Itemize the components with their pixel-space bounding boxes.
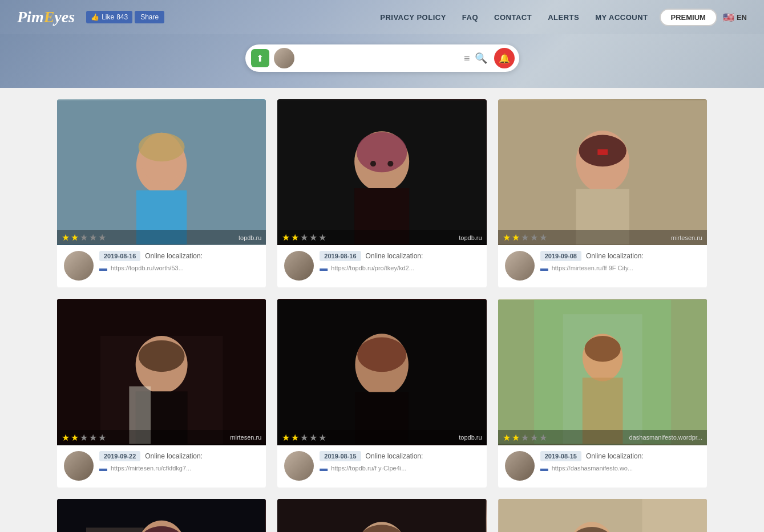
link-icon-4: ▬ bbox=[99, 464, 107, 473]
card-url-4: https://mirtesen.ru/cfkfdkg7... bbox=[111, 465, 191, 472]
card-stars-row-4: ★ ★ ★ ★ ★ mirtesen.ru bbox=[57, 430, 266, 445]
nav-alerts[interactable]: ALERTS bbox=[548, 13, 579, 22]
filter-button[interactable]: ≡ bbox=[462, 50, 472, 67]
search-area: ⬆ ≡ 🔍 🔔 bbox=[0, 34, 764, 88]
card-url-2: https://topdb.ru/pro/tkey/kd2... bbox=[331, 265, 414, 271]
star-1-2: ★ bbox=[71, 232, 79, 243]
card-image-2 bbox=[277, 99, 486, 245]
card-avatar-4 bbox=[64, 451, 94, 481]
card-location-1: Online localization: bbox=[145, 252, 203, 260]
star-6-3: ★ bbox=[521, 432, 529, 443]
nav-my-account[interactable]: MY ACCOUNT bbox=[595, 13, 648, 22]
card-avatar-6 bbox=[505, 451, 535, 481]
star-6-2: ★ bbox=[512, 432, 520, 443]
star-5-4: ★ bbox=[309, 432, 317, 443]
star-1-1: ★ bbox=[62, 232, 70, 243]
card-date-row-4: 2019-09-22 Online localization: bbox=[99, 451, 259, 461]
fb-like-button[interactable]: 👍 Like 843 bbox=[86, 11, 132, 23]
card-date-3: 2019-09-08 bbox=[540, 251, 581, 261]
nav-contact[interactable]: CONTACT bbox=[494, 13, 532, 22]
result-card-6[interactable]: ★ ★ ★ ★ ★ dashasmanifesto.wordpr... 2019… bbox=[498, 299, 707, 487]
flag-icon: 🇺🇸 bbox=[723, 12, 734, 23]
star-4-4: ★ bbox=[89, 432, 97, 443]
result-card-9[interactable]: ★ ★ ★ ★ ★ F... bbox=[498, 499, 707, 532]
link-icon-3: ▬ bbox=[540, 263, 548, 273]
avatar-image-1 bbox=[64, 251, 94, 281]
result-card-4[interactable]: ★ ★ ★ ★ ★ mirtesen.ru 2019-09-22 On bbox=[57, 299, 266, 487]
card-image-wrap-7: ★ ★ ★ ★ ★ bbox=[57, 499, 266, 532]
search-button[interactable]: 🔍 bbox=[472, 50, 490, 67]
star-3-3: ★ bbox=[521, 232, 529, 243]
card-url-5: https://topdb.ru/f y-Clpe4i... bbox=[331, 465, 406, 472]
card-stars-row-5: ★ ★ ★ ★ ★ topdb.ru bbox=[277, 430, 486, 445]
card-details-4: 2019-09-22 Online localization: ▬ https:… bbox=[99, 451, 259, 473]
nav-privacy-policy[interactable]: PRIVACY POLICY bbox=[380, 13, 446, 22]
card-date-row-2: 2019-08-16 Online localization: bbox=[320, 251, 479, 261]
card-image-wrap-9: ★ ★ ★ ★ ★ F... bbox=[498, 499, 707, 532]
card-image-wrap-4: ★ ★ ★ ★ ★ mirtesen.ru bbox=[57, 299, 266, 445]
card-image-wrap-8: ★ ★ ★ ★ ★ bbox=[277, 499, 486, 532]
star-4-3: ★ bbox=[80, 432, 88, 443]
result-card-2[interactable]: ★ ★ ★ ★ ★ topdb.ru 2019-08-16 Onlin bbox=[277, 99, 486, 287]
fb-like-section: 👍 Like 843 Share bbox=[86, 11, 164, 23]
link-icon-5: ▬ bbox=[320, 464, 328, 473]
card-details-6: 2019-08-15 Online localization: ▬ https:… bbox=[540, 451, 700, 473]
card-url-row-5: ▬ https://topdb.ru/f y-Clpe4i... bbox=[320, 464, 479, 473]
header: PimEyes 👍 Like 843 Share PRIVACY POLICY … bbox=[0, 0, 764, 34]
card-date-row-3: 2019-09-08 Online localization: bbox=[540, 251, 700, 261]
card-date-6: 2019-08-15 bbox=[540, 451, 581, 461]
upload-image-button[interactable]: ⬆ bbox=[251, 49, 269, 67]
card-avatar-5 bbox=[284, 451, 314, 481]
logo: PimEyes bbox=[17, 8, 75, 26]
avatar-image-3 bbox=[505, 251, 535, 281]
card-info-1: 2019-08-16 Online localization: ▬ https:… bbox=[57, 245, 266, 287]
language-selector[interactable]: 🇺🇸 EN bbox=[723, 12, 747, 23]
card-details-2: 2019-08-16 Online localization: ▬ https:… bbox=[320, 251, 479, 273]
star-2-5: ★ bbox=[318, 232, 326, 243]
star-3-4: ★ bbox=[530, 232, 538, 243]
result-card-3[interactable]: ★ ★ ★ ★ ★ mirtesen.ru 2019-09-08 On bbox=[498, 99, 707, 287]
star-3-2: ★ bbox=[512, 232, 520, 243]
card-date-row-6: 2019-08-15 Online localization: bbox=[540, 451, 700, 461]
result-card-1[interactable]: ★ ★ ★ ★ ★ topdb.ru 2019-08-16 Onlin bbox=[57, 99, 266, 287]
card-date-1: 2019-08-16 bbox=[99, 251, 140, 261]
card-date-4: 2019-09-22 bbox=[99, 451, 140, 461]
result-card-5[interactable]: ★ ★ ★ ★ ★ topdb.ru 2019-08-15 Onlin bbox=[277, 299, 486, 487]
star-3-5: ★ bbox=[539, 232, 547, 243]
star-1-4: ★ bbox=[89, 232, 97, 243]
card-url-6: https://dashasmanifesto.wo... bbox=[552, 465, 633, 472]
stars-4: ★ ★ ★ ★ ★ bbox=[62, 432, 106, 443]
card-url-row-4: ▬ https://mirtesen.ru/cfkfdkg7... bbox=[99, 464, 259, 473]
svg-point-25 bbox=[358, 338, 407, 372]
card-source-5: topdb.ru bbox=[459, 434, 482, 441]
card-image-wrap-3: ★ ★ ★ ★ ★ mirtesen.ru bbox=[498, 99, 707, 245]
card-image-wrap-1: ★ ★ ★ ★ ★ topdb.ru bbox=[57, 99, 266, 245]
card-date-row-1: 2019-08-16 Online localization: bbox=[99, 251, 259, 261]
card-image-8 bbox=[277, 499, 486, 532]
star-4-5: ★ bbox=[98, 432, 106, 443]
card-image-5 bbox=[277, 299, 486, 445]
premium-button[interactable]: PREMIUM bbox=[660, 9, 717, 26]
svg-rect-42 bbox=[642, 499, 706, 532]
avatar-image-5 bbox=[284, 451, 314, 481]
alert-button[interactable]: 🔔 bbox=[494, 48, 515, 68]
fb-share-button[interactable]: Share bbox=[135, 11, 164, 23]
result-card-8[interactable]: ★ ★ ★ ★ ★ bbox=[277, 499, 486, 532]
card-url-1: https://topdb.ru/worth/53... bbox=[111, 265, 184, 271]
star-6-1: ★ bbox=[503, 432, 511, 443]
star-5-3: ★ bbox=[300, 432, 308, 443]
upload-icon: ⬆ bbox=[256, 53, 264, 64]
thumbnail-image bbox=[274, 48, 294, 68]
result-card-7[interactable]: ★ ★ ★ ★ ★ bbox=[57, 499, 266, 532]
search-bar: ⬆ ≡ 🔍 🔔 bbox=[245, 44, 519, 72]
card-details-1: 2019-08-16 Online localization: ▬ https:… bbox=[99, 251, 259, 273]
card-stars-row-1: ★ ★ ★ ★ ★ topdb.ru bbox=[57, 230, 266, 245]
avatar-image-2 bbox=[284, 251, 314, 281]
card-location-6: Online localization: bbox=[586, 452, 644, 460]
card-details-3: 2019-09-08 Online localization: ▬ https:… bbox=[540, 251, 700, 273]
card-date-5: 2019-08-15 bbox=[320, 451, 361, 461]
card-image-7 bbox=[57, 499, 266, 532]
card-info-5: 2019-08-15 Online localization: ▬ https:… bbox=[277, 445, 486, 488]
nav-faq[interactable]: FAQ bbox=[462, 13, 478, 22]
card-image-wrap-5: ★ ★ ★ ★ ★ topdb.ru bbox=[277, 299, 486, 445]
